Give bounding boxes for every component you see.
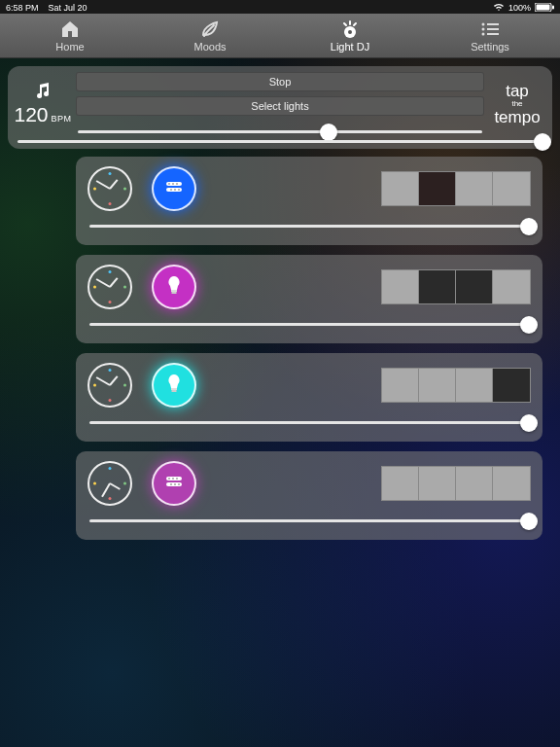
- svg-point-33: [178, 483, 180, 485]
- channel-slider-thumb[interactable]: [520, 218, 538, 235]
- color-swatch[interactable]: [419, 172, 456, 205]
- svg-rect-24: [171, 388, 177, 390]
- status-date: Sat Jul 20: [49, 3, 88, 13]
- color-swatch[interactable]: [493, 467, 530, 500]
- svg-rect-13: [487, 33, 499, 35]
- svg-rect-25: [172, 390, 177, 392]
- nav-moods-label: Moods: [193, 41, 226, 53]
- nav-lightdj-label: Light DJ: [331, 41, 369, 53]
- status-bar: 6:58 PM Sat Jul 20 100%: [0, 0, 560, 14]
- nav-settings[interactable]: Settings: [420, 14, 560, 57]
- svg-rect-22: [171, 290, 177, 292]
- channel-top: [88, 265, 531, 309]
- swatch-group: [381, 466, 531, 501]
- channel-slider-thumb[interactable]: [520, 414, 538, 432]
- color-swatch[interactable]: [493, 369, 530, 402]
- clock-tick: [109, 301, 112, 303]
- nav-home[interactable]: Home: [0, 14, 140, 57]
- color-swatch[interactable]: [456, 369, 493, 402]
- color-swatch[interactable]: [456, 270, 493, 303]
- control-center: Stop Select lights: [76, 72, 484, 135]
- svg-point-29: [172, 478, 174, 480]
- light-button[interactable]: [152, 265, 196, 309]
- bottom-slider[interactable]: [18, 140, 542, 143]
- nav-moods[interactable]: Moods: [140, 14, 280, 57]
- master-slider-thumb[interactable]: [320, 124, 337, 141]
- svg-rect-2: [552, 6, 554, 10]
- color-swatch[interactable]: [493, 270, 530, 303]
- bpm-value: 120: [14, 103, 48, 126]
- clock-tick: [109, 270, 112, 273]
- color-swatch[interactable]: [493, 172, 530, 205]
- top-nav: Home Moods Light DJ Settings: [0, 14, 560, 58]
- svg-rect-1: [537, 5, 550, 11]
- status-battery-pct: 100%: [508, 3, 531, 13]
- channel-slider-thumb[interactable]: [520, 316, 538, 334]
- svg-rect-9: [487, 23, 499, 25]
- svg-point-16: [168, 183, 170, 185]
- clock-tick: [109, 202, 112, 205]
- color-swatch[interactable]: [419, 369, 456, 402]
- color-swatch[interactable]: [456, 172, 493, 205]
- color-swatch[interactable]: [382, 172, 419, 205]
- channel-slider-thumb[interactable]: [520, 513, 538, 530]
- clock-tick: [109, 399, 112, 402]
- svg-point-17: [172, 183, 174, 185]
- channel-row: [76, 353, 542, 442]
- color-swatch[interactable]: [382, 270, 419, 303]
- channel-slider[interactable]: [89, 519, 529, 522]
- channel-top: [88, 461, 531, 506]
- channel-slider[interactable]: [89, 225, 529, 228]
- clock-tick: [93, 384, 96, 387]
- light-button[interactable]: [152, 363, 196, 408]
- color-swatch[interactable]: [456, 467, 493, 500]
- svg-line-5: [344, 23, 346, 25]
- channel-top: [88, 363, 531, 408]
- leaf-icon: [199, 19, 221, 39]
- bulb-icon: [165, 274, 183, 300]
- channel-top: [88, 166, 531, 211]
- color-swatch[interactable]: [382, 467, 419, 500]
- light-button[interactable]: [152, 461, 196, 506]
- clock-tick: [109, 172, 112, 175]
- status-left: 6:58 PM Sat Jul 20: [6, 3, 88, 13]
- bottom-slider-thumb[interactable]: [534, 133, 551, 151]
- select-lights-button[interactable]: Select lights: [76, 96, 484, 116]
- battery-icon: [535, 3, 554, 12]
- color-swatch[interactable]: [382, 369, 419, 402]
- clock-button[interactable]: [88, 461, 132, 506]
- bpm-display[interactable]: 120 BPM: [16, 72, 70, 135]
- tap-tempo-button[interactable]: tap the tempo: [490, 72, 544, 135]
- channel-row: [76, 451, 542, 540]
- color-swatch[interactable]: [419, 270, 456, 303]
- clock-tick: [123, 188, 126, 191]
- clock-button[interactable]: [88, 166, 132, 211]
- bpm-unit: BPM: [52, 114, 72, 124]
- channel-slider[interactable]: [89, 421, 529, 424]
- tempo-tempo-label: tempo: [494, 109, 540, 125]
- clock-tick: [93, 188, 96, 191]
- clock-tick: [123, 482, 126, 485]
- strip-icon: [163, 176, 185, 201]
- nav-home-label: Home: [55, 41, 84, 53]
- music-note-icon: [33, 82, 52, 103]
- light-button[interactable]: [152, 166, 196, 211]
- stop-button[interactable]: Stop: [76, 72, 484, 91]
- status-time: 6:58 PM: [6, 3, 39, 13]
- channel-slider[interactable]: [89, 323, 529, 326]
- clock-button[interactable]: [88, 265, 132, 309]
- clock-button[interactable]: [88, 363, 132, 408]
- svg-rect-11: [487, 28, 499, 30]
- master-slider[interactable]: [78, 130, 482, 133]
- bulb-icon: [165, 373, 183, 398]
- svg-point-8: [482, 22, 485, 25]
- svg-point-10: [482, 27, 485, 30]
- status-right: 100%: [493, 3, 554, 13]
- svg-line-7: [354, 23, 356, 25]
- svg-point-18: [176, 183, 178, 185]
- svg-point-21: [178, 189, 180, 191]
- nav-lightdj[interactable]: Light DJ: [280, 14, 420, 57]
- channel-row: [76, 255, 542, 343]
- color-swatch[interactable]: [419, 467, 456, 500]
- channel-row: [76, 157, 542, 245]
